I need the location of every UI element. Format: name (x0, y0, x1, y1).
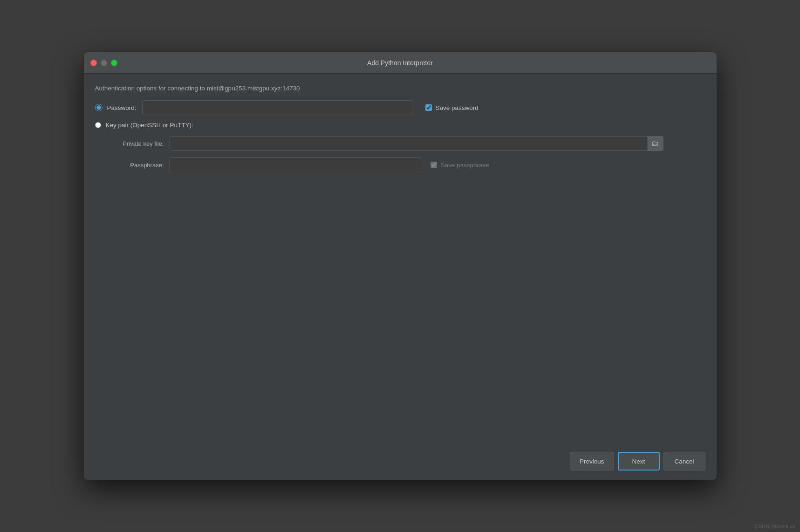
password-input[interactable] (142, 100, 412, 115)
private-key-input[interactable] (170, 136, 663, 151)
watermark: CSDN-@itoshi rin (755, 524, 795, 529)
password-radio-label: Password: (107, 104, 137, 111)
keypair-radio-label: Key pair (OpenSSH or PuTTY): (106, 122, 193, 129)
next-button[interactable]: Next (618, 452, 660, 471)
dialog-content: Authentication options for connecting to… (84, 74, 717, 444)
password-radio[interactable] (95, 104, 103, 111)
close-button[interactable] (90, 60, 97, 66)
add-python-interpreter-dialog: Add Python Interpreter Authentication op… (83, 52, 717, 480)
private-key-field-row: Private key file: 🗂 (108, 136, 705, 151)
save-password-checkbox[interactable] (425, 104, 432, 111)
save-passphrase-area: Save passphrase (431, 162, 489, 169)
password-radio-row: Password: (95, 104, 137, 111)
auth-description: Authentication options for connecting to… (95, 83, 705, 92)
password-input-wrapper (142, 100, 412, 115)
cancel-button[interactable]: Cancel (663, 452, 705, 471)
save-password-label: Save password (436, 104, 479, 111)
save-password-area: Save password (425, 104, 479, 111)
password-row: Password: Save password (95, 100, 705, 115)
browse-button[interactable]: 🗂 (647, 136, 663, 150)
save-passphrase-checkbox[interactable] (431, 162, 437, 168)
previous-button[interactable]: Previous (570, 452, 614, 471)
options-area: Password: Save password Key pair (OpenSS… (95, 100, 705, 172)
private-key-label: Private key file: (108, 140, 164, 147)
keypair-section: Private key file: 🗂 Passphrase: Save pa (108, 136, 705, 172)
maximize-button[interactable] (111, 60, 117, 66)
window-controls (90, 60, 117, 66)
passphrase-label: Passphrase: (108, 162, 164, 169)
dialog-title: Add Python Interpreter (367, 59, 433, 67)
passphrase-input[interactable] (170, 157, 421, 172)
title-bar: Add Python Interpreter (84, 52, 717, 74)
folder-icon: 🗂 (651, 139, 659, 148)
passphrase-field-row: Passphrase: Save passphrase (108, 157, 705, 172)
keypair-row: Key pair (OpenSSH or PuTTY): (95, 122, 705, 129)
save-passphrase-label: Save passphrase (441, 162, 489, 169)
private-key-wrapper: 🗂 (170, 136, 663, 151)
keypair-radio[interactable] (95, 122, 101, 128)
dialog-footer: Previous Next Cancel (84, 444, 717, 480)
minimize-button[interactable] (101, 60, 107, 66)
